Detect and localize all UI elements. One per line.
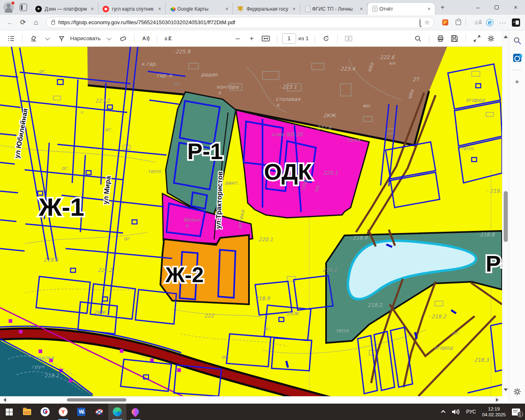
tab-google-maps[interactable]: Google Карты × — [166, 3, 233, 15]
edge-icon[interactable] — [108, 404, 126, 420]
vertical-tabs-icon[interactable] — [20, 4, 27, 11]
print-icon[interactable] — [434, 32, 447, 45]
tab-close-icon[interactable]: × — [156, 6, 163, 12]
snipping-tool-icon[interactable] — [90, 404, 108, 420]
url-text[interactable]: https://fgistp.economy.gov.ru/files/7565… — [58, 19, 415, 25]
word-icon[interactable]: W — [72, 404, 90, 420]
split-screen-icon[interactable] — [511, 18, 521, 27]
rotate-icon[interactable] — [320, 32, 332, 45]
tab-close-icon[interactable]: × — [358, 6, 365, 12]
svg-text:a: a — [164, 36, 167, 41]
c-app-icon[interactable]: C — [36, 404, 54, 420]
sidebar-settings-gear-icon[interactable] — [512, 386, 523, 397]
tab-title: ФГИС ТП - Личны — [312, 6, 356, 12]
eraser-icon[interactable] — [117, 32, 129, 45]
extension-icon[interactable] — [440, 18, 450, 27]
map-topo-label: 2Т — [413, 76, 420, 82]
yandex-images-favicon — [103, 6, 109, 12]
refresh-button[interactable]: ⟳ — [17, 17, 29, 28]
map-topo-label: 220.1 — [258, 236, 273, 242]
search-document-icon[interactable] — [412, 32, 424, 45]
back-button[interactable]: ← — [4, 17, 16, 28]
tab-fgistp[interactable]: ФГИС ТП - Личны × — [300, 3, 368, 15]
fit-width-icon[interactable] — [260, 32, 272, 45]
map-topo-label: · 222.8 — [313, 125, 332, 131]
volume-icon[interactable] — [452, 409, 460, 415]
horizontal-scrollbar[interactable] — [0, 396, 502, 403]
sidebar-outlook-icon[interactable] — [512, 52, 523, 63]
sidebar-search-icon[interactable] — [512, 35, 523, 46]
highlighter-dropdown-icon[interactable] — [41, 32, 54, 45]
address-bar[interactable]: https://fgistp.economy.gov.ru/files/7565… — [46, 17, 434, 28]
fullscreen-icon[interactable] — [471, 32, 483, 45]
draw-dropdown-icon[interactable] — [103, 32, 115, 45]
scroll-right-icon[interactable] — [496, 398, 499, 402]
table-of-contents-icon[interactable] — [5, 32, 17, 45]
favorite-star-icon[interactable]: ☆ — [425, 19, 430, 25]
vertical-scrollbar[interactable] — [502, 30, 509, 396]
map-topo-label: · 219.3 — [486, 188, 502, 194]
map-topo-label: радио — [201, 71, 218, 78]
pdf-page-map[interactable]: · 225.9к гар.гар. крадиоконторакстоловая… — [0, 47, 502, 396]
map-topo-label: ог. — [62, 165, 69, 171]
vertical-scroll-thumb[interactable] — [504, 191, 508, 242]
tab-close-icon[interactable]: × — [426, 6, 432, 12]
extensions-puzzle-icon[interactable] — [453, 18, 463, 27]
tab-dzen[interactable]: ✦ Дзен — платформ × — [31, 3, 98, 15]
tab-federal[interactable]: Федеральная госу × — [233, 3, 300, 15]
map-topo-label: ог. — [174, 80, 181, 87]
tab-report-active[interactable]: Отчёт × — [368, 3, 435, 15]
paint-app-icon[interactable] — [126, 404, 144, 420]
tab-close-icon[interactable]: × — [224, 6, 230, 12]
restore-button[interactable] — [487, 0, 506, 15]
draw-label[interactable]: Нарисовать — [70, 35, 100, 41]
file-explorer-icon[interactable] — [18, 404, 36, 420]
save-icon[interactable] — [448, 32, 461, 45]
read-aloud-icon[interactable]: A — [139, 32, 152, 45]
translate-icon[interactable]: a — [162, 32, 174, 45]
notification-center-icon[interactable]: 1 — [512, 409, 520, 415]
zone-code-label: Р- — [486, 251, 502, 276]
hidden-icons-chevron[interactable] — [441, 410, 445, 415]
close-window-button[interactable]: × — [506, 0, 525, 15]
minimize-button[interactable]: – — [468, 0, 487, 15]
zoom-in-icon[interactable]: + — [246, 32, 258, 45]
draw-pen-icon[interactable] — [55, 32, 68, 45]
map-topo-label: огород — [466, 97, 485, 103]
map-topo-label: клен 9/0.20 — [272, 131, 303, 137]
map-topo-label: тепл. — [460, 145, 475, 151]
yandex-browser-icon[interactable]: Y — [54, 404, 72, 420]
sidebar-add-icon[interactable]: + — [512, 77, 523, 87]
page-number-input[interactable] — [282, 33, 296, 44]
favorites-bar-icon[interactable]: ☆ — [472, 18, 482, 27]
home-button[interactable]: ⌂ — [30, 17, 42, 28]
tab-close-icon[interactable]: × — [291, 6, 297, 12]
map-topo-label: ог. — [124, 235, 131, 242]
horizontal-scroll-thumb[interactable] — [67, 398, 126, 402]
map-topo-label: свалка — [35, 354, 54, 361]
language-indicator[interactable]: РУС — [466, 409, 476, 415]
edge-sidebar: + — [509, 30, 525, 403]
map-topo-label: · 222.6 — [377, 54, 395, 60]
pdf-settings-gear-icon[interactable] — [485, 32, 497, 45]
window-controls: – × — [468, 0, 525, 15]
zoom-page-icon[interactable] — [420, 19, 420, 26]
settings-more-icon[interactable]: ··· — [498, 18, 508, 27]
highlighter-icon[interactable] — [27, 32, 40, 45]
start-button[interactable] — [0, 404, 18, 420]
zoning-map-canvas[interactable]: · 225.9к гар.гар. крадиоконторакстоловая… — [0, 47, 502, 396]
scroll-up-icon[interactable] — [504, 35, 508, 38]
scroll-left-icon[interactable] — [3, 398, 6, 402]
map-topo-label: контора — [217, 84, 239, 90]
tab-yandex-maps[interactable]: гугл карта спутник × — [98, 3, 166, 15]
zoom-out-icon[interactable]: – — [232, 32, 244, 45]
tab-close-icon[interactable]: × — [89, 6, 96, 12]
taskbar-clock[interactable]: 12:19 04.02.2025 — [482, 406, 506, 418]
page-view-icon[interactable] — [342, 32, 355, 45]
map-topo-label: · 223.4 — [337, 66, 356, 72]
profile-avatar[interactable] — [3, 2, 14, 13]
scroll-down-icon[interactable] — [504, 388, 508, 391]
new-tab-button[interactable]: + — [437, 2, 448, 13]
document-favicon — [305, 6, 310, 12]
ie-mode-icon[interactable]: e — [485, 18, 495, 27]
